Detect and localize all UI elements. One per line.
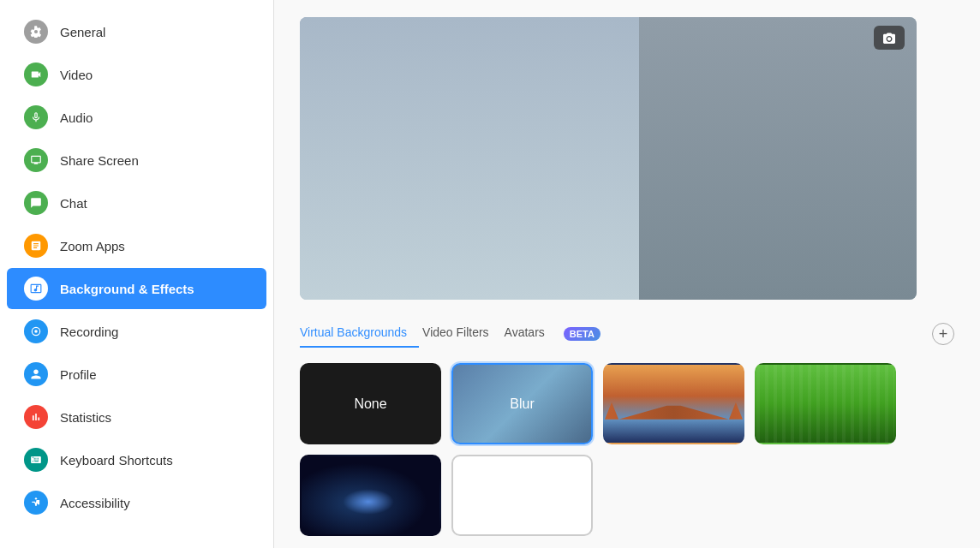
sidebar-item-profile[interactable]: Profile — [7, 354, 266, 395]
background-option-grass[interactable] — [755, 363, 896, 444]
camera-flip-button[interactable] — [874, 26, 905, 50]
background-option-san-francisco[interactable] — [603, 363, 744, 444]
tab-video-filters[interactable]: Video Filters — [422, 320, 501, 348]
video-preview — [300, 17, 917, 300]
share-screen-icon — [24, 148, 48, 172]
sidebar-label-audio: Audio — [60, 110, 93, 125]
grass-decoration — [756, 365, 894, 443]
sidebar-label-keyboard-shortcuts: Keyboard Shortcuts — [60, 453, 173, 468]
svg-point-1 — [34, 330, 38, 333]
sidebar-label-statistics: Statistics — [60, 410, 111, 425]
sidebar-label-chat: Chat — [60, 196, 87, 211]
keyboard-shortcuts-icon — [24, 448, 48, 472]
sidebar-label-video: Video — [60, 68, 93, 82]
video-right-panel — [639, 17, 917, 300]
main-content: Virtual Backgrounds Video Filters Avatar… — [274, 0, 980, 548]
sidebar-label-profile: Profile — [60, 367, 97, 382]
audio-icon — [24, 105, 48, 129]
video-icon — [24, 63, 48, 86]
sf-bridge-decoration — [605, 402, 743, 420]
backgrounds-grid-row2 — [300, 455, 954, 536]
zoom-apps-icon — [24, 234, 48, 258]
sidebar-item-share-screen[interactable]: Share Screen — [7, 140, 266, 181]
tab-avatars[interactable]: Avatars — [505, 320, 557, 348]
sidebar-item-accessibility[interactable]: Accessibility — [7, 482, 266, 523]
sidebar-item-general[interactable]: General — [7, 11, 266, 52]
sidebar-label-accessibility: Accessibility — [60, 496, 130, 510]
tab-virtual-backgrounds[interactable]: Virtual Backgrounds — [300, 320, 419, 348]
accessibility-icon — [24, 491, 48, 515]
sidebar-label-recording: Recording — [60, 325, 118, 339]
sidebar-item-zoom-apps[interactable]: Zoom Apps — [7, 225, 266, 266]
sidebar-label-background-effects: Background & Effects — [60, 282, 194, 296]
background-option-blur[interactable]: Blur — [451, 363, 593, 444]
general-icon — [24, 20, 48, 44]
sidebar-item-recording[interactable]: Recording — [7, 311, 266, 352]
none-label: None — [354, 396, 386, 412]
background-option-space[interactable] — [300, 455, 441, 536]
beta-badge: BETA — [564, 327, 601, 341]
sidebar: General Video Audio Share Screen Chat Zo… — [0, 0, 274, 548]
sidebar-label-share-screen: Share Screen — [60, 153, 139, 168]
video-inner-panel — [300, 17, 639, 300]
sidebar-item-video[interactable]: Video — [7, 54, 266, 95]
space-glow-decoration — [343, 489, 394, 515]
background-option-blank[interactable] — [451, 455, 593, 536]
sidebar-item-keyboard-shortcuts[interactable]: Keyboard Shortcuts — [7, 439, 266, 480]
backgrounds-grid: None Blur — [300, 363, 917, 444]
statistics-icon — [24, 405, 48, 429]
sidebar-item-audio[interactable]: Audio — [7, 97, 266, 138]
svg-point-2 — [35, 497, 37, 499]
recording-icon — [24, 319, 48, 343]
background-effects-icon — [24, 277, 48, 301]
chat-icon — [24, 191, 48, 215]
blur-label: Blur — [510, 396, 534, 412]
sidebar-item-chat[interactable]: Chat — [7, 182, 266, 223]
add-background-button[interactable]: + — [932, 323, 954, 345]
tabs-row: Virtual Backgrounds Video Filters Avatar… — [300, 320, 954, 348]
sidebar-label-general: General — [60, 25, 105, 39]
background-option-none[interactable]: None — [300, 363, 441, 444]
sidebar-label-zoom-apps: Zoom Apps — [60, 239, 125, 253]
sidebar-item-background-effects[interactable]: Background & Effects — [7, 268, 266, 309]
sidebar-item-statistics[interactable]: Statistics — [7, 396, 266, 438]
profile-icon — [24, 362, 48, 386]
